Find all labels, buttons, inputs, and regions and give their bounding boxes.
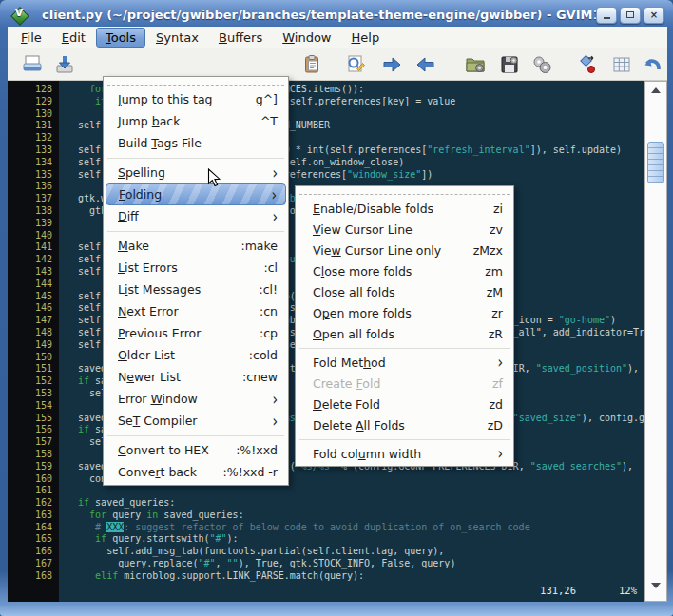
tools-menu-item-newer-list[interactable]: Newer List:cnew [106,366,286,388]
run-script-icon[interactable] [529,51,555,77]
tools-menu-item-folding[interactable]: Folding› [106,183,286,205]
folding-menu-item-close-more-folds[interactable]: Close more foldszm [298,260,511,281]
line-number: 150 [8,352,59,364]
menu-separator [107,158,284,159]
line-number: 167 [8,558,59,570]
menu-shortcut: zi [493,202,503,216]
scroll-down-button[interactable] [646,578,665,593]
print-icon[interactable] [19,51,46,77]
chevron-up-icon [651,87,661,93]
tools-menu-item-older-list[interactable]: Older List:cold [106,344,286,366]
folding-menu-item-enable-disable-folds[interactable]: Enable/Disable foldszi [298,198,511,219]
menubar-item-file[interactable]: File [11,28,51,48]
folding-menu-tearoff-handle[interactable] [299,189,510,195]
tools-menu-item-previous-error[interactable]: Previous Error:cp [106,322,286,344]
minimize-button[interactable] [596,7,617,24]
maximize-button[interactable] [620,7,641,24]
find-prev-icon[interactable] [413,51,439,77]
window-frame: V client.py (~/project/gwibber/branches/… [0,0,673,616]
tools-menu-item-jump-to-this-tag[interactable]: Jump to this tagg^] [106,88,286,110]
title-bar[interactable]: V client.py (~/project/gwibber/branches/… [6,3,667,27]
scrollbar-thumb[interactable] [647,142,664,183]
menubar-item-edit[interactable]: Edit [52,28,95,48]
tools-menu-item-set-compiler[interactable]: SeT Compiler› [106,410,286,432]
menu-shortcut: :make [240,239,278,253]
tools-menu-item-error-window[interactable]: Error Window› [106,388,286,410]
find-replace-icon[interactable] [342,51,369,77]
folding-submenu-popup: Enable/Disable foldsziView Cursor Linezv… [295,185,514,467]
close-icon: × [650,10,658,20]
menu-shortcut: zD [488,418,503,433]
make-icon[interactable] [574,51,601,77]
tools-menu-item-convert-back[interactable]: Convert back:%!xxd -r [106,461,286,483]
menubar-item-window[interactable]: Window [273,28,340,48]
chevron-down-icon [651,583,661,588]
line-number: 146 [8,302,59,315]
save-icon[interactable] [51,51,78,77]
folding-menu-item-fold-method[interactable]: Fold Method› [298,352,511,373]
mouse-cursor [207,168,222,188]
line-number: 158 [8,449,59,461]
cursor-position: 131,26 [540,585,576,596]
folding-menu-item-create-fold: Create Foldzf [298,373,511,394]
tools-menu-item-diff[interactable]: Diff› [106,205,286,227]
window-title: client.py (~/project/gwibber/branches/te… [42,8,596,22]
tools-menu-item-build-tags-file[interactable]: Build Tags File [106,132,286,154]
folding-menu-item-open-all-folds[interactable]: Open all foldszR [298,323,511,344]
load-session-icon[interactable] [462,51,489,77]
menu-shortcut: :%!xxd -r [223,465,278,479]
folding-menu-item-view-cursor-line-only[interactable]: View Cursor Line onlyzMzx [298,240,511,260]
folding-menu-item-open-more-folds[interactable]: Open more foldszr [298,302,511,323]
folding-menu-item-view-cursor-line[interactable]: View Cursor Linezv [298,219,511,240]
tools-menu-item-list-errors[interactable]: List Errors:cl [106,257,286,279]
line-number: 140 [8,230,59,242]
menubar-item-syntax[interactable]: Syntax [146,28,208,48]
menu-shortcut: zMzx [473,243,503,258]
line-number: 134 [8,157,59,169]
line-number: 164 [8,522,59,534]
menu-shortcut: :%!xxd [236,443,278,457]
close-button[interactable]: × [644,7,664,24]
code-line-164: 164# XXX: suggest refactor of below code… [8,522,644,534]
tools-menu-tearoff-handle[interactable] [107,80,284,86]
scroll-up-button[interactable] [646,83,665,98]
line-number: 160 [8,473,59,486]
tools-menu-item-next-error[interactable]: Next Error:cn [106,300,286,322]
menu-shortcut: :cold [249,348,278,362]
menu-shortcut: :cn [260,304,278,318]
find-next-icon[interactable] [378,51,405,77]
menubar-item-tools[interactable]: Tools [96,28,145,48]
code-line-167: 167query.replace("#", ""), True, gtk.STO… [8,558,644,570]
tools-menu-item-convert-to-hex[interactable]: Convert to HEX:%!xxd [106,439,286,461]
status-ruler: 131,26 12% [8,585,644,597]
vim-app-icon: V [10,6,29,25]
tools-menu-item-jump-back[interactable]: Jump back^T [106,110,286,132]
menubar-item-buffers[interactable]: Buffers [209,28,272,48]
folding-menu-item-delete-all-folds[interactable]: Delete All FoldszD [298,414,511,435]
folding-menu-item-delete-fold[interactable]: Delete Foldzd [298,394,511,414]
menu-shortcut: :cl [263,260,278,275]
tag-jump-icon[interactable] [639,51,665,77]
menu-separator [107,231,284,232]
folding-menu-item-close-all-folds[interactable]: Close all foldszM [298,281,511,302]
line-number: 137 [8,193,59,205]
submenu-arrow-icon: › [272,390,278,409]
line-number: 157 [8,436,59,449]
menu-shortcut: :cl! [259,282,278,297]
menubar-item-help[interactable]: Help [341,28,389,48]
paste-icon[interactable] [298,51,325,77]
line-number: 136 [8,181,59,193]
line-number: 156 [8,424,59,436]
vertical-scrollbar[interactable] [644,81,667,602]
folding-menu-item-fold-column-width[interactable]: Fold column width› [298,443,511,464]
menu-shortcut: :cnew [242,370,278,384]
line-number: 144 [8,279,59,291]
line-number: 135 [8,169,59,182]
tools-menu-item-list-messages[interactable]: List Messages:cl! [106,279,286,300]
tools-menu-item-spelling[interactable]: Spelling› [106,162,286,183]
menu-shortcut: zR [489,327,503,341]
run-ctags-icon[interactable] [608,51,635,77]
line-number: 129 [8,96,59,108]
tools-menu-item-make[interactable]: Make:make [106,235,286,257]
save-session-icon[interactable] [496,51,523,77]
